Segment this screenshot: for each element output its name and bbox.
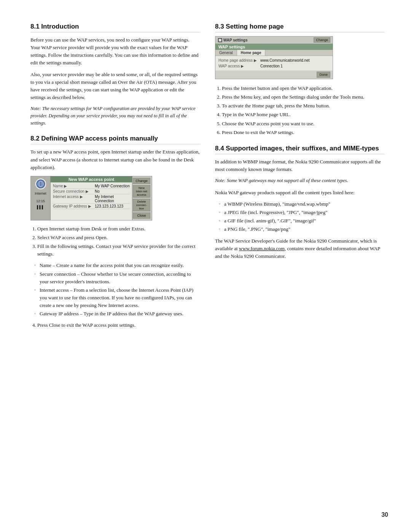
supported-formats: a WBMP (Wireless Bitmap), "image/vnd.wap…: [219, 200, 384, 233]
wap-settings-top-bar: 🔲 WAP settings: [218, 38, 248, 42]
wap2-titlebar-inner: WAP settings: [215, 44, 333, 50]
wap2-row-homepage: Home page address ▶ www.Communicatorworl…: [218, 58, 330, 63]
wap-rows: Name ▶ My WAP Connection Secure connecti…: [51, 182, 132, 210]
globe-icon: [35, 179, 46, 189]
wap-new-internet-button[interactable]: New Inter-net access: [133, 185, 150, 198]
wap-close-button[interactable]: Close: [133, 212, 150, 219]
wap2-content: Home page address ▶ www.Communicatorworl…: [215, 56, 333, 70]
step-4: Press Close to exit the WAP access point…: [37, 321, 200, 329]
section-defining-wap: 8.2 Defining WAP access points manually …: [30, 135, 200, 329]
format-png: a PNG file, ".PNG", "image/png": [219, 225, 384, 233]
wap2-row-access: WAP access ▶ Connection 1: [218, 63, 330, 69]
step-1: Open Internet startup from Desk or from …: [37, 225, 200, 233]
supported-intro: In addition to WBMP image format, the No…: [215, 158, 384, 173]
format-jpeg: a JPEG file (incl. Progressive), "JPG", …: [219, 209, 384, 216]
wap2-action-buttons: Done: [215, 70, 333, 79]
internet-label: Internet: [35, 192, 46, 195]
section-introduction: 8.1 Introduction Before you can use the …: [30, 23, 200, 126]
home-step-2: Press the Menu key, and open the Setting…: [222, 93, 384, 101]
step-3: Fill in the following settings. Contact …: [37, 243, 200, 258]
wap-dialog-title: New WAP access point: [51, 176, 132, 182]
section-setting-home-title: 8.3 Setting home page: [215, 23, 384, 32]
home-step-6: Press Done to exit the WAP settings.: [222, 129, 384, 136]
wap-row-internet: Internet access ▶ My Internet Connection: [53, 194, 130, 204]
wap-main-content: New WAP access point Name ▶ My WAP Conne…: [51, 176, 132, 220]
wap-change-button[interactable]: Change: [133, 178, 150, 184]
bullet-internet: Internet access – From a selection list,…: [34, 286, 200, 309]
defining-wap-step4: Press Close to exit the WAP access point…: [37, 321, 200, 329]
wap-action-buttons: Change New Inter-net access Delete conne…: [132, 176, 152, 220]
home-step-1: Press the Internet button and open the W…: [222, 85, 384, 92]
wap2-done-button[interactable]: Done: [317, 72, 330, 78]
section-supported-images: 8.4 Supported images, their suffixes, an…: [215, 145, 384, 260]
defining-wap-intro: To set up a new WAP access point, open I…: [30, 148, 200, 171]
bullet-gateway: Gateway IP address – Type in the IP addr…: [34, 310, 200, 318]
format-gif: a GIF file (incl. anim-gif), ".GIF", "im…: [219, 217, 384, 225]
time-display: 12:15: [36, 199, 45, 203]
wap-row-name: Name ▶ My WAP Connection: [53, 184, 130, 189]
wap2-tabs: General Home page: [215, 50, 333, 56]
tab-general[interactable]: General: [215, 50, 237, 56]
signal-bars: ▌▌▌: [37, 205, 44, 209]
format-wbmp: a WBMP (Wireless Bitmap), "image/vnd.wap…: [219, 200, 384, 208]
intro-para-2: Also, your service provider may be able …: [30, 71, 200, 102]
step-2: Select WAP access and press Open.: [37, 234, 200, 241]
wap-row-gateway: Gateway IP address ▶ 123.123.123.123: [53, 204, 130, 209]
supported-note: Note: Some WAP gateways may not support …: [215, 177, 384, 184]
intro-para-1: Before you can use the WAP services, you…: [30, 36, 200, 67]
wap-delete-button[interactable]: Delete connec-tion: [133, 199, 150, 211]
intro-note: Note: The necessary settings for WAP con…: [30, 105, 200, 126]
supported-body: Nokia WAP gateway products support all t…: [215, 189, 384, 197]
wap-settings-screenshot: 🔲 WAP settings Change WAP settings Gener…: [215, 36, 333, 79]
wap-row-secure: Secure connection ▶ No: [53, 189, 130, 194]
wap-sidebar: Internet 12:15 ▌▌▌: [31, 176, 51, 220]
defining-wap-steps: Open Internet startup from Desk or from …: [37, 225, 200, 258]
home-step-3: To activate the Home page tab, press the…: [222, 102, 384, 110]
section-setting-home: 8.3 Setting home page 🔲 WAP settings Cha…: [215, 23, 384, 136]
setting-home-steps: Press the Internet button and open the W…: [222, 85, 384, 136]
section-defining-wap-title: 8.2 Defining WAP access points manually: [30, 135, 200, 144]
wap-access-point-screenshot: Internet 12:15 ▌▌▌ New WAP access point …: [30, 176, 152, 220]
section-supported-title: 8.4 Supported images, their suffixes, an…: [215, 145, 384, 154]
bullet-secure: Secure connection – Choose whether to Us…: [34, 270, 200, 286]
home-step-5: Choose the WAP access point you want to …: [222, 120, 384, 128]
home-step-4: Type in the WAP home page URL.: [222, 111, 384, 118]
nokia-forum-link[interactable]: www.forum.nokia.com: [239, 246, 285, 251]
bullet-name: Name – Create a name for the access poin…: [34, 262, 200, 269]
page-number: 30: [381, 511, 388, 518]
defining-wap-subbullets: Name – Create a name for the access poin…: [34, 262, 200, 318]
section-introduction-title: 8.1 Introduction: [30, 23, 200, 32]
supported-footer: The WAP Service Developer's Guide for th…: [215, 237, 384, 260]
tab-homepage[interactable]: Home page: [237, 50, 266, 56]
change-top-button[interactable]: Change: [314, 37, 330, 43]
